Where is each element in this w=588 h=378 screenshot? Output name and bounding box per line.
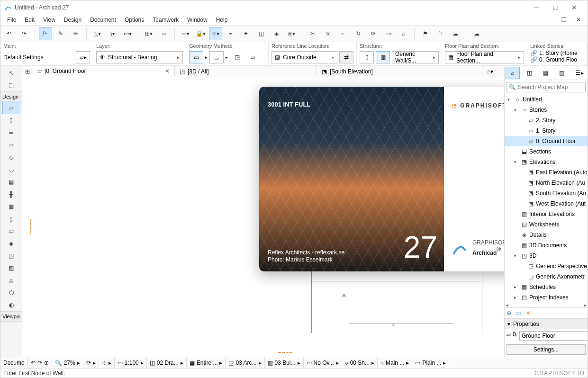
wall-tool[interactable]: ▱: [2, 102, 20, 114]
bimcloud-button[interactable]: ☁: [470, 27, 483, 40]
tab-overflow-button[interactable]: ⌂▾: [482, 66, 504, 77]
tree-item[interactable]: ⬔North Elevation (Au: [505, 178, 588, 188]
tree-item[interactable]: ◳Generic Perspective: [505, 261, 588, 271]
menu-options[interactable]: Options: [121, 15, 148, 25]
vb-item[interactable]: 00 Sh...: [350, 360, 370, 366]
geom-straight-button[interactable]: ▭: [189, 51, 203, 63]
grid-button[interactable]: ⊞▾: [142, 27, 155, 40]
tree-item[interactable]: ▸▦Schedules: [505, 282, 588, 292]
marquee-tool[interactable]: ⬚: [2, 79, 20, 91]
tree-item[interactable]: ▱1. Story: [505, 126, 588, 136]
menu-window[interactable]: Window: [183, 15, 211, 25]
nav-tab-layout[interactable]: ▤: [538, 67, 552, 79]
mdi-minimize-icon[interactable]: _: [545, 15, 556, 25]
struct-dropdown[interactable]: Generic Wall/S...▸: [392, 51, 439, 63]
settings-button[interactable]: Settings...: [507, 344, 586, 355]
stair-tool[interactable]: ▤: [2, 176, 20, 188]
orientation-button[interactable]: ⟳: [86, 360, 91, 366]
flip-button[interactable]: ⇄: [339, 51, 353, 63]
beam-tool[interactable]: ═: [2, 126, 20, 139]
menu-edit[interactable]: Edit: [21, 15, 38, 25]
skylight-tool[interactable]: ◈: [2, 237, 20, 250]
mirror-button[interactable]: ⟳: [367, 27, 380, 40]
design-category[interactable]: Design: [0, 91, 22, 102]
vb-item[interactable]: 03 Arc...: [235, 360, 256, 366]
maximize-button[interactable]: □: [546, 4, 565, 11]
window-tool[interactable]: ▭: [2, 225, 20, 237]
tab-close-icon[interactable]: ✕: [165, 68, 170, 74]
fps-dropdown[interactable]: ▦ Floor Plan and Section...▸: [445, 51, 524, 63]
cut-button[interactable]: ✂: [306, 27, 319, 40]
tree-item[interactable]: ⬔South Elevation (Au: [505, 188, 588, 198]
menu-teamwork[interactable]: Teamwork: [149, 15, 182, 25]
vb-item[interactable]: 02 Dra...: [157, 360, 179, 366]
pick-button[interactable]: [39, 27, 52, 40]
arrow-tool[interactable]: ↖: [2, 67, 20, 79]
main-settings-button[interactable]: ▱▸: [76, 51, 90, 63]
model-button[interactable]: ◎▾: [285, 27, 298, 40]
nav-tab-publisher[interactable]: ▥: [554, 67, 569, 79]
pan-button[interactable]: ⊹: [102, 360, 107, 366]
main-value[interactable]: Default Settings: [3, 54, 74, 61]
align-button[interactable]: ⫨: [336, 27, 350, 40]
mesh-tool[interactable]: ◬: [2, 274, 20, 287]
dimension-button[interactable]: ⟟▾: [106, 27, 119, 40]
flag2-button[interactable]: ⚐: [434, 27, 447, 40]
props-toggle-button[interactable]: ▭: [516, 310, 521, 316]
geom-box-button[interactable]: ◳: [230, 51, 244, 63]
tree-item[interactable]: ▸▤Project Indexes: [505, 292, 588, 302]
curtain-tool[interactable]: ▦: [2, 200, 20, 213]
vb-item[interactable]: No Ov...: [314, 360, 334, 366]
delete-button[interactable]: ✕: [526, 310, 531, 316]
menu-file[interactable]: File: [3, 15, 20, 25]
vb-item[interactable]: Main ...: [386, 360, 404, 366]
geom-curved-button[interactable]: ◡: [209, 51, 224, 63]
roof-tool[interactable]: ◇: [2, 151, 20, 163]
column-tool[interactable]: ▯: [2, 114, 20, 126]
tab-ground-floor[interactable]: ▱ [0. Ground Floor] ✕: [33, 66, 175, 77]
tree-item[interactable]: ▾⌂Untitled: [505, 94, 588, 105]
eyedropper-button[interactable]: ✎: [54, 27, 67, 40]
geom-trap-button[interactable]: ▱: [246, 51, 260, 63]
door-tool[interactable]: ▯: [2, 213, 20, 225]
tree-item[interactable]: ▥Interior Elevations: [505, 209, 588, 219]
tree-item[interactable]: ▾⬔Elevations: [505, 157, 588, 167]
tree-item[interactable]: ▾▱Stories: [505, 105, 588, 115]
opening-tool[interactable]: ◐: [2, 299, 20, 311]
nav-tab-view[interactable]: ◫: [522, 67, 536, 79]
plane-button[interactable]: ▱: [157, 27, 171, 40]
close-button[interactable]: ✕: [565, 4, 584, 11]
layer-dropdown[interactable]: 👁 Structural - Bearing ▸: [96, 51, 183, 63]
chevron-down-icon[interactable]: ▾: [507, 321, 510, 327]
object-tool[interactable]: ◳: [2, 250, 20, 262]
viewpoint-category[interactable]: Viewpoi: [0, 311, 22, 322]
vb-item[interactable]: 03 Bui...: [275, 360, 296, 366]
cloud-button[interactable]: ☁: [449, 27, 462, 40]
nav-search[interactable]: 🔍 Search Project Map: [507, 82, 586, 92]
home-button[interactable]: ⌂: [397, 27, 410, 40]
story-name-input[interactable]: [519, 331, 588, 341]
tree-item[interactable]: ⬓Sections: [505, 146, 588, 157]
struct-basic-button[interactable]: ▯: [360, 51, 374, 63]
ruler-button[interactable]: ◺▾: [90, 27, 104, 40]
nav-tab-menu[interactable]: ☰▸: [572, 67, 587, 79]
tree-item[interactable]: ▾◳3D: [505, 251, 588, 261]
inject-button[interactable]: ✏: [69, 27, 82, 40]
coord-button[interactable]: ▭▾: [121, 27, 134, 40]
lock-button[interactable]: 🔒▾: [194, 27, 207, 40]
vb-item[interactable]: Entire ...: [197, 360, 218, 366]
railing-tool[interactable]: ╫: [2, 188, 20, 200]
tree-item[interactable]: ⬔West Elevation (Aut: [505, 198, 588, 209]
trim-button[interactable]: ⤫: [321, 27, 335, 40]
new-view-button[interactable]: ⊕: [507, 310, 511, 316]
mdi-close-icon[interactable]: ✕: [572, 15, 585, 25]
tree-item[interactable]: ⬔East Elevation (Auto: [505, 167, 588, 178]
nav-tab-project[interactable]: ⌂: [506, 67, 520, 79]
renovation-button[interactable]: ◈: [270, 27, 283, 40]
undo-button[interactable]: ↶: [2, 27, 16, 40]
docume-label[interactable]: Docume: [0, 357, 28, 368]
tab-3d[interactable]: ◳ [3D / All]: [175, 66, 317, 77]
linked-story-0[interactable]: 0. Ground Floo: [539, 56, 577, 63]
slab-tool[interactable]: ▱: [2, 139, 20, 151]
guides-button[interactable]: ✦: [239, 27, 253, 40]
